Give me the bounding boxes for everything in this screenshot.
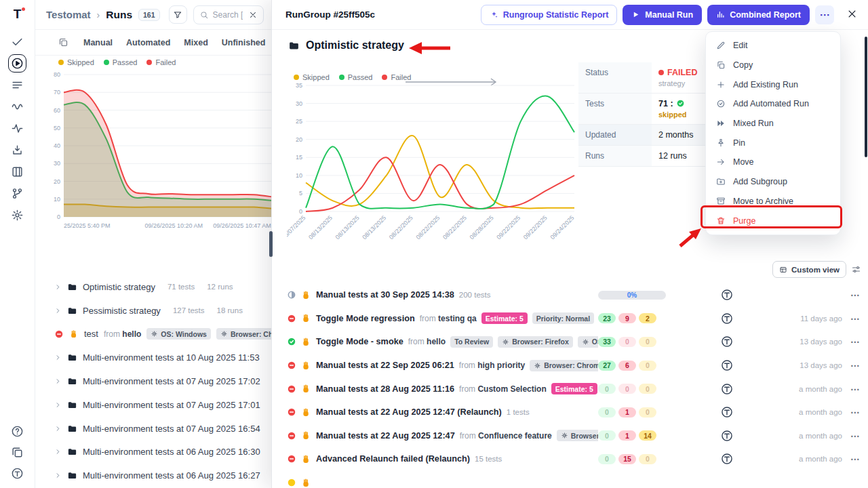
- group-name[interactable]: Multi-environment tests at 10 Aug 2025 1…: [83, 352, 260, 363]
- app-logo[interactable]: T: [14, 7, 22, 22]
- close-drawer-button[interactable]: [845, 8, 859, 22]
- group-name[interactable]: Optimistic strategy: [83, 282, 155, 292]
- svg-text:10: 10: [54, 196, 60, 203]
- drawer-scrollbar[interactable]: [865, 37, 867, 157]
- group-name[interactable]: Multi-environment tests at 06 Aug 2025 1…: [83, 447, 260, 457]
- menu-item-purge[interactable]: Purge: [706, 211, 840, 230]
- group-name[interactable]: Pessimistic strategy: [83, 306, 161, 316]
- group-name[interactable]: Multi-environment tests at 07 Aug 2025 1…: [83, 400, 260, 410]
- svg-text:20: 20: [54, 178, 60, 185]
- svg-text:08/22/2025: 08/22/2025: [441, 214, 468, 241]
- svg-text:40: 40: [54, 142, 60, 149]
- run-row[interactable]: Advanced Relaunch failed (Relaunch)15 te…: [281, 447, 864, 471]
- run-time: a month ago: [777, 385, 846, 393]
- assignee-avatar-icon: [721, 430, 733, 442]
- run-row[interactable]: Toggle Mode - smokefrom helloTo ReviewBr…: [281, 330, 864, 354]
- rail-profile-icon[interactable]: [11, 467, 24, 480]
- run-tag: Estimate: 5: [481, 312, 528, 324]
- brand-name[interactable]: Testomat: [46, 9, 91, 20]
- group-actions-menu: EditCopyAdd Existing RunAdd Automated Ru…: [705, 31, 841, 235]
- run-more-button[interactable]: ⋯: [846, 289, 864, 300]
- run-more-button[interactable]: ⋯: [846, 336, 864, 347]
- run-from: from Confluence feature: [460, 431, 552, 441]
- combined-report-button[interactable]: Combined Report: [707, 5, 810, 25]
- tab-manual[interactable]: Manual: [83, 38, 113, 47]
- legend-item: Failed: [146, 58, 176, 66]
- run-name[interactable]: Toggle Mode - smoke: [316, 337, 403, 346]
- menu-item-mixed-run[interactable]: Mixed Run: [706, 114, 840, 134]
- run-name[interactable]: Manual tests at 22 Aug 2025 12:47 (Relau…: [316, 407, 502, 417]
- search-clear-icon[interactable]: [248, 10, 258, 20]
- group-name[interactable]: Multi-environment tests at 06 Aug 2025 1…: [83, 470, 260, 481]
- rail-docs-icon[interactable]: [11, 446, 24, 459]
- sliders-icon[interactable]: [851, 264, 861, 274]
- run-name[interactable]: Manual tests at 28 Aug 2025 11:16: [316, 384, 454, 394]
- run-name[interactable]: Manual tests at 22 Aug 2025 12:47: [316, 431, 455, 441]
- run-name[interactable]: Manual tests at 22 Sep 2025 06:21: [316, 361, 454, 370]
- menu-item-pin[interactable]: Pin: [706, 133, 840, 152]
- run-row[interactable]: Manual tests at 30 Sep 2025 14:38200 tes…: [281, 283, 864, 307]
- group-name[interactable]: Multi-environment tests at 07 Aug 2025 1…: [83, 424, 260, 434]
- skipped-count: 2: [639, 313, 656, 323]
- tab-automated[interactable]: Automated: [126, 38, 170, 47]
- run-more-button[interactable]: ⋯: [846, 384, 864, 394]
- menu-item-move-to-archive[interactable]: Move to Archive: [706, 192, 840, 211]
- run-row[interactable]: Toggle Mode regressionfrom testing qaEst…: [281, 307, 864, 331]
- menu-item-copy[interactable]: Copy: [706, 56, 840, 75]
- assignee-avatar-icon: [721, 312, 733, 325]
- run-row[interactable]: [281, 471, 864, 488]
- run-more-button[interactable]: ⋯: [846, 407, 864, 418]
- rail-list-icon[interactable]: [11, 79, 24, 92]
- system-tag-icon: [220, 330, 228, 338]
- rail-check-icon[interactable]: [11, 35, 24, 48]
- svg-text:09/22/2025: 09/22/2025: [522, 214, 549, 241]
- run-more-button[interactable]: ⋯: [846, 430, 864, 441]
- menu-item-add-subgroup[interactable]: Add Subgroup: [706, 172, 840, 192]
- menu-item-add-automated-run[interactable]: Add Automated Run: [706, 94, 840, 114]
- menu-item-edit[interactable]: Edit: [706, 36, 840, 56]
- run-name[interactable]: Toggle Mode regression: [316, 314, 415, 323]
- left-panel-scrollbar[interactable]: [269, 231, 273, 257]
- rungroup-statistic-report-label: Rungroup Statistic Report: [503, 10, 609, 20]
- system-tag-icon: [151, 330, 158, 338]
- custom-view-button[interactable]: Custom view: [772, 261, 846, 278]
- run-row[interactable]: Manual tests at 22 Aug 2025 12:47from Co…: [281, 424, 864, 448]
- run-more-button[interactable]: ⋯: [846, 313, 864, 324]
- group-runs-count: 18 runs: [217, 306, 243, 314]
- failed-count: 0: [618, 337, 636, 347]
- run-row[interactable]: Manual tests at 28 Aug 2025 11:16from Cu…: [281, 377, 864, 401]
- rail-help-icon[interactable]: [11, 425, 24, 438]
- run-avatar-cell: [677, 289, 777, 301]
- rail-runs-icon[interactable]: [11, 57, 24, 70]
- rungroup-statistic-report-button[interactable]: Rungroup Statistic Report: [481, 5, 618, 25]
- run-name[interactable]: test: [84, 329, 98, 339]
- filter-button[interactable]: [169, 5, 187, 24]
- folder-icon: [67, 400, 77, 410]
- view-layers-icon[interactable]: [58, 37, 68, 47]
- run-row[interactable]: Manual tests at 22 Sep 2025 06:21from hi…: [281, 354, 864, 378]
- rail-branch-icon[interactable]: [11, 187, 24, 200]
- run-more-button[interactable]: ⋯: [846, 360, 864, 371]
- menu-item-move[interactable]: Move: [706, 152, 840, 172]
- run-more-button[interactable]: ⋯: [846, 453, 864, 464]
- group-name[interactable]: Multi-environment tests at 07 Aug 2025 1…: [83, 376, 260, 386]
- tab-unfinished[interactable]: Unfinished: [222, 38, 266, 47]
- rail-report-icon[interactable]: [11, 165, 24, 178]
- rail-pulse-icon[interactable]: [11, 122, 24, 135]
- tests-value: 71 :: [658, 99, 673, 108]
- run-avatar-cell: [677, 336, 777, 348]
- manual-run-button[interactable]: Manual Run: [623, 5, 702, 25]
- rail-import-icon[interactable]: [11, 144, 24, 157]
- tab-mixed[interactable]: Mixed: [184, 38, 208, 47]
- run-name[interactable]: Advanced Relaunch failed (Relaunch): [316, 454, 470, 464]
- folder-icon: [67, 282, 77, 292]
- failed-count: 9: [618, 313, 636, 323]
- rail-gear-icon[interactable]: [11, 209, 24, 222]
- run-name[interactable]: Manual tests at 30 Sep 2025 14:38: [316, 290, 454, 300]
- search-input[interactable]: Search [: [193, 5, 264, 24]
- rail-wave-icon[interactable]: [11, 100, 24, 113]
- menu-item-add-existing-run[interactable]: Add Existing Run: [706, 75, 840, 94]
- runs-count-badge: 161: [138, 9, 160, 21]
- run-row[interactable]: Manual tests at 22 Aug 2025 12:47 (Relau…: [281, 401, 864, 424]
- more-actions-button[interactable]: ⋯: [815, 5, 834, 24]
